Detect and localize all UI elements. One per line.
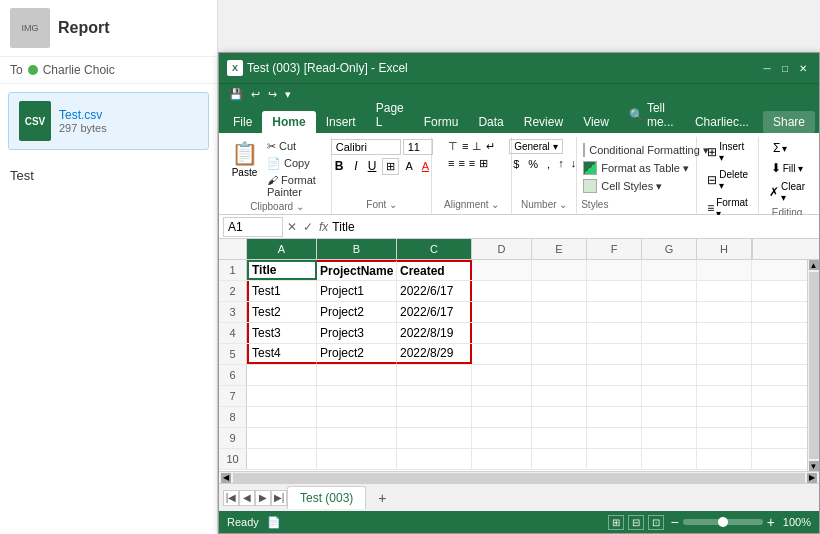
delete-cells-button[interactable]: ⊟ Delete ▾ (703, 167, 752, 193)
zoom-slider[interactable] (683, 519, 763, 525)
first-sheet-button[interactable]: |◀ (223, 490, 239, 506)
cell-g6[interactable] (642, 365, 697, 385)
cell-a8[interactable] (247, 407, 317, 427)
cell-c10[interactable] (397, 449, 472, 469)
tab-tell-me[interactable]: 🔍 Tell me... (619, 97, 685, 133)
fill-color-button[interactable]: A (402, 159, 415, 173)
page-break-button[interactable]: ⊡ (648, 515, 664, 530)
cell-h1[interactable] (697, 260, 752, 280)
cell-b6[interactable] (317, 365, 397, 385)
cell-f7[interactable] (587, 386, 642, 406)
cell-e9[interactable] (532, 428, 587, 448)
cell-e1[interactable] (532, 260, 587, 280)
undo-quick-btn[interactable]: ↩ (249, 88, 262, 101)
cell-c7[interactable] (397, 386, 472, 406)
cell-c3[interactable]: 2022/6/17 (397, 302, 472, 322)
format-table-button[interactable]: Format as Table ▾ (581, 160, 692, 176)
cell-c4[interactable]: 2022/8/19 (397, 323, 472, 343)
cell-d1[interactable] (472, 260, 532, 280)
underline-button[interactable]: U (365, 158, 380, 174)
cell-g2[interactable] (642, 281, 697, 301)
tab-page-layout[interactable]: Page L (366, 97, 414, 133)
cell-g8[interactable] (642, 407, 697, 427)
cell-g3[interactable] (642, 302, 697, 322)
cell-f5[interactable] (587, 344, 642, 364)
cell-f1[interactable] (587, 260, 642, 280)
number-format-dropdown[interactable]: General ▾ (509, 139, 562, 154)
cell-e10[interactable] (532, 449, 587, 469)
conditional-formatting-button[interactable]: Conditional Formatting ▾ (581, 142, 692, 158)
cell-c5[interactable]: 2022/8/29 (397, 344, 472, 364)
scroll-left-button[interactable]: ◀ (221, 473, 231, 483)
font-color-button[interactable]: A (419, 159, 432, 173)
title-controls[interactable]: ─ □ ✕ (759, 60, 811, 76)
cell-b1[interactable]: ProjectName (317, 260, 397, 280)
tab-file[interactable]: File (223, 111, 262, 133)
cell-e6[interactable] (532, 365, 587, 385)
cell-f9[interactable] (587, 428, 642, 448)
cell-c8[interactable] (397, 407, 472, 427)
currency-button[interactable]: $ (509, 156, 523, 172)
sheet-tab-test003[interactable]: Test (003) (287, 486, 366, 509)
cell-h10[interactable] (697, 449, 752, 469)
copy-button[interactable]: 📄 Copy (264, 156, 327, 171)
file-item[interactable]: CSV Test.csv 297 bytes (8, 92, 209, 150)
font-size-dropdown[interactable]: 11 (403, 139, 433, 155)
share-button[interactable]: Share (763, 111, 815, 133)
zoom-in-button[interactable]: + (767, 514, 775, 530)
cell-a3[interactable]: Test2 (247, 302, 317, 322)
cell-e5[interactable] (532, 344, 587, 364)
format-painter-button[interactable]: 🖌 Format Painter (264, 173, 327, 199)
cell-b8[interactable] (317, 407, 397, 427)
cut-button[interactable]: ✂ Cut (264, 139, 327, 154)
cell-g10[interactable] (642, 449, 697, 469)
align-right-button[interactable]: ≡ (468, 156, 476, 171)
cell-e3[interactable] (532, 302, 587, 322)
bold-button[interactable]: B (331, 157, 348, 175)
prev-sheet-button[interactable]: ◀ (239, 490, 255, 506)
cell-f8[interactable] (587, 407, 642, 427)
cell-a1[interactable]: Title (247, 260, 317, 280)
font-name-dropdown[interactable]: Calibri (331, 139, 401, 155)
cell-a2[interactable]: Test1 (247, 281, 317, 301)
next-sheet-button[interactable]: ▶ (255, 490, 271, 506)
normal-view-button[interactable]: ⊞ (608, 515, 624, 530)
scroll-down-button[interactable]: ▼ (809, 461, 819, 471)
zoom-thumb[interactable] (718, 517, 728, 527)
cell-d5[interactable] (472, 344, 532, 364)
horizontal-scrollbar[interactable]: ◀ ▶ (219, 471, 819, 483)
close-button[interactable]: ✕ (795, 60, 811, 76)
tab-formulas[interactable]: Formu (414, 111, 469, 133)
cell-f6[interactable] (587, 365, 642, 385)
cell-e4[interactable] (532, 323, 587, 343)
cell-b4[interactable]: Project3 (317, 323, 397, 343)
qa-more-btn[interactable]: ▾ (283, 88, 293, 101)
save-quick-btn[interactable]: 💾 (227, 88, 245, 101)
cell-a6[interactable] (247, 365, 317, 385)
cell-b9[interactable] (317, 428, 397, 448)
cell-g7[interactable] (642, 386, 697, 406)
cell-h9[interactable] (697, 428, 752, 448)
cell-c2[interactable]: 2022/6/17 (397, 281, 472, 301)
col-header-d[interactable]: D (472, 239, 532, 259)
cell-h5[interactable] (697, 344, 752, 364)
align-bottom-button[interactable]: ⊥ (471, 139, 483, 154)
cell-styles-button[interactable]: Cell Styles ▾ (581, 178, 692, 194)
cell-h7[interactable] (697, 386, 752, 406)
col-header-a[interactable]: A (247, 239, 317, 259)
tab-review[interactable]: Review (514, 111, 573, 133)
scroll-right-button[interactable]: ▶ (807, 473, 817, 483)
cell-b7[interactable] (317, 386, 397, 406)
cell-b5[interactable]: Project2 (317, 344, 397, 364)
cell-a10[interactable] (247, 449, 317, 469)
cancel-formula-button[interactable]: ✕ (287, 220, 297, 234)
cell-d6[interactable] (472, 365, 532, 385)
insert-function-button[interactable]: fx (319, 220, 328, 234)
cell-c6[interactable] (397, 365, 472, 385)
tab-view[interactable]: View (573, 111, 619, 133)
cell-d10[interactable] (472, 449, 532, 469)
page-layout-button[interactable]: ⊟ (628, 515, 644, 530)
cell-reference-input[interactable] (223, 217, 283, 237)
cell-f4[interactable] (587, 323, 642, 343)
cell-e2[interactable] (532, 281, 587, 301)
